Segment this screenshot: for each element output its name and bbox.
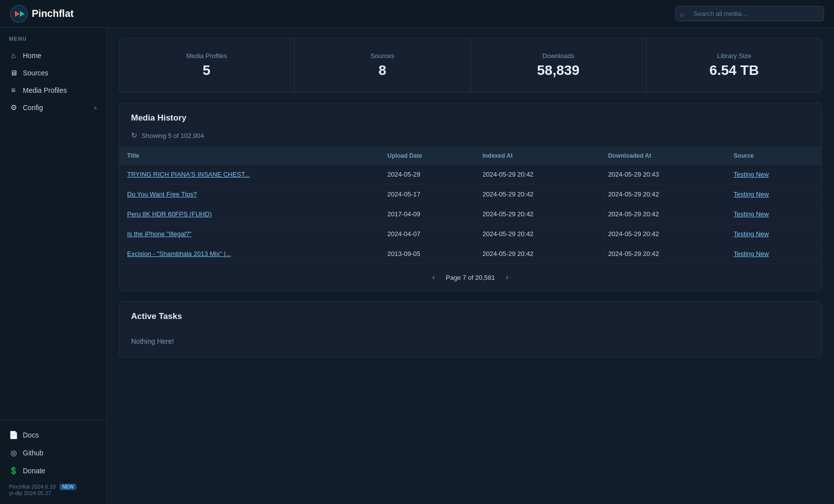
source-link[interactable]: Testing New <box>734 171 769 178</box>
sidebar-item-github[interactable]: ◎ Github <box>0 444 106 462</box>
title-link[interactable]: Peru 8K HDR 60FPS (FUHD) <box>127 210 211 218</box>
col-upload-date: Upload Date <box>379 147 475 165</box>
showing-text: Showing 5 of 102,904 <box>141 132 204 139</box>
cell-upload-date: 2024-05-17 <box>379 185 475 204</box>
media-history-table: Title Upload Date Indexed At Downloaded … <box>119 147 822 264</box>
cell-source: Testing New <box>726 204 822 224</box>
logo-icon <box>10 5 28 23</box>
sidebar-item-docs-label: Docs <box>23 431 39 439</box>
cell-upload-date: 2024-04-07 <box>379 224 475 244</box>
sidebar-item-docs[interactable]: 📄 Docs <box>0 426 106 444</box>
main-content: Media Profiles 5 Sources 8 Downloads 58,… <box>107 28 834 504</box>
version-line2: yt-dlp 2024.05.27 <box>9 490 51 496</box>
sidebar-item-media-profiles-label: Media Profiles <box>23 86 67 94</box>
col-indexed-at: Indexed At <box>475 147 600 165</box>
cell-indexed-at: 2024-05-29 20:42 <box>475 244 600 264</box>
stat-label-sources: Sources <box>371 52 395 60</box>
stat-label-library-size: Library Size <box>717 52 752 60</box>
stat-value-downloads: 58,839 <box>537 63 580 78</box>
table-row: Peru 8K HDR 60FPS (FUHD) 2017-04-09 2024… <box>119 204 822 224</box>
cell-downloaded-at: 2024-05-29 20:42 <box>600 185 726 204</box>
cell-indexed-at: 2024-05-29 20:42 <box>475 165 600 185</box>
table-body: TRYING RICH PIANA'S INSANE CHEST... 2024… <box>119 165 822 264</box>
title-link[interactable]: Is the iPhone "Illegal?" <box>127 230 192 238</box>
table-header-row: Title Upload Date Indexed At Downloaded … <box>119 147 822 165</box>
active-tasks-panel: Active Tasks Nothing Here! <box>119 301 822 358</box>
home-icon: ⌂ <box>9 51 18 60</box>
cell-title: Do You Want Free Tips? <box>119 185 379 204</box>
title-link[interactable]: Do You Want Free Tips? <box>127 190 197 198</box>
stat-label-downloads: Downloads <box>542 52 574 60</box>
topbar: Pinchflat ⌕ <box>0 0 834 28</box>
media-history-panel: Media History ↻ Showing 5 of 102,904 Tit… <box>119 103 822 291</box>
cell-upload-date: 2017-04-09 <box>379 204 475 224</box>
sidebar-item-home-label: Home <box>23 52 41 60</box>
prev-page-button[interactable]: ‹ <box>429 272 438 283</box>
source-link[interactable]: Testing New <box>734 230 769 238</box>
logo: Pinchflat <box>10 5 73 23</box>
source-link[interactable]: Testing New <box>734 250 769 257</box>
stat-value-library-size: 6.54 TB <box>709 63 759 78</box>
search-icon: ⌕ <box>680 10 684 18</box>
stat-card-downloads: Downloads 58,839 <box>471 38 646 92</box>
stat-card-sources: Sources 8 <box>295 38 470 92</box>
sidebar-item-config[interactable]: ⚙ Config ∧ <box>0 99 106 117</box>
sidebar-item-media-profiles[interactable]: ≡ Media Profiles <box>0 81 106 99</box>
cell-indexed-at: 2024-05-29 20:42 <box>475 185 600 204</box>
table-row: Do You Want Free Tips? 2024-05-17 2024-0… <box>119 185 822 204</box>
sidebar-item-sources[interactable]: 🖥 Sources <box>0 64 106 81</box>
github-icon: ◎ <box>9 448 18 457</box>
source-link[interactable]: Testing New <box>734 190 769 198</box>
sidebar-item-config-label: Config <box>23 104 43 112</box>
logo-text: Pinchflat <box>32 8 73 19</box>
pagination: ‹ Page 7 of 20,581 › <box>119 264 822 291</box>
active-tasks-title: Active Tasks <box>131 312 182 321</box>
sidebar: MENU ⌂ Home 🖥 Sources ≡ Media Profiles ⚙… <box>0 28 107 504</box>
cell-downloaded-at: 2024-05-29 20:42 <box>600 244 726 264</box>
app-body: MENU ⌂ Home 🖥 Sources ≡ Media Profiles ⚙… <box>0 28 834 504</box>
docs-icon: 📄 <box>9 431 18 440</box>
cell-title: TRYING RICH PIANA'S INSANE CHEST... <box>119 165 379 185</box>
chevron-up-icon: ∧ <box>93 105 97 111</box>
cell-indexed-at: 2024-05-29 20:42 <box>475 204 600 224</box>
table-header: Title Upload Date Indexed At Downloaded … <box>119 147 822 165</box>
cell-title: Is the iPhone "Illegal?" <box>119 224 379 244</box>
cell-source: Testing New <box>726 165 822 185</box>
source-link[interactable]: Testing New <box>734 210 769 218</box>
panel-header-active-tasks: Active Tasks <box>119 302 822 329</box>
cell-title: Excision - "Shambhala 2013 Mix" |... <box>119 244 379 264</box>
active-tasks-empty: Nothing Here! <box>119 329 822 357</box>
sidebar-item-sources-label: Sources <box>23 69 48 77</box>
sidebar-item-github-label: Github <box>23 449 43 457</box>
sidebar-item-donate[interactable]: 💲 Donate <box>0 462 106 480</box>
sidebar-item-home[interactable]: ⌂ Home <box>0 47 106 64</box>
stat-value-media-profiles: 5 <box>203 63 210 78</box>
search-input[interactable] <box>675 6 824 21</box>
version-line1: Pinchflat 2024.6.10 <box>9 484 56 490</box>
panel-header-media-history: Media History <box>119 103 822 131</box>
refresh-icon[interactable]: ↻ <box>131 131 138 140</box>
table-row: TRYING RICH PIANA'S INSANE CHEST... 2024… <box>119 165 822 185</box>
stat-label-media-profiles: Media Profiles <box>186 52 227 60</box>
next-page-button[interactable]: › <box>503 272 511 283</box>
cell-downloaded-at: 2024-05-29 20:42 <box>600 204 726 224</box>
cell-indexed-at: 2024-05-29 20:42 <box>475 224 600 244</box>
version-badge: NEW <box>60 484 76 490</box>
stat-card-media-profiles: Media Profiles 5 <box>119 38 294 92</box>
stat-card-library-size: Library Size 6.54 TB <box>647 38 822 92</box>
media-history-title: Media History <box>131 113 186 123</box>
sidebar-item-donate-label: Donate <box>23 467 45 475</box>
col-downloaded-at: Downloaded At <box>600 147 726 165</box>
showing-bar: ↻ Showing 5 of 102,904 <box>119 131 822 147</box>
title-link[interactable]: Excision - "Shambhala 2013 Mix" |... <box>127 250 231 257</box>
page-label: Page 7 of 20,581 <box>446 274 495 281</box>
table-row: Excision - "Shambhala 2013 Mix" |... 201… <box>119 244 822 264</box>
stat-cards: Media Profiles 5 Sources 8 Downloads 58,… <box>119 38 822 93</box>
title-link[interactable]: TRYING RICH PIANA'S INSANE CHEST... <box>127 171 250 178</box>
search-wrapper: ⌕ <box>675 6 824 21</box>
cell-upload-date: 2024-05-29 <box>379 165 475 185</box>
cell-upload-date: 2013-09-05 <box>379 244 475 264</box>
col-source: Source <box>726 147 822 165</box>
cell-source: Testing New <box>726 224 822 244</box>
version-info: Pinchflat 2024.6.10 NEW yt-dlp 2024.05.2… <box>0 480 106 498</box>
